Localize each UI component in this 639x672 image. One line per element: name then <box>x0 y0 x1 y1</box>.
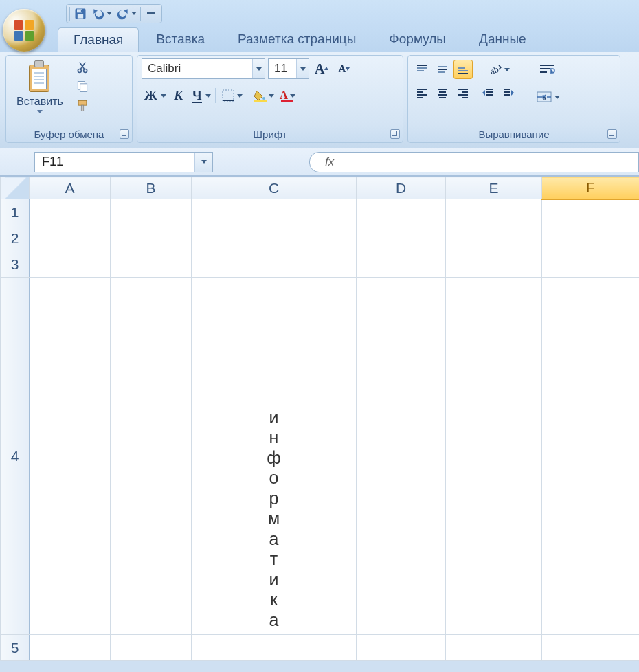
customize-qat-button[interactable] <box>142 5 160 23</box>
cell-B4[interactable] <box>111 278 192 635</box>
tab-home[interactable]: Главная <box>58 27 139 52</box>
redo-button[interactable] <box>114 5 139 23</box>
underline-button[interactable]: Ч <box>190 86 212 105</box>
shrink-font-button[interactable]: A <box>335 59 354 78</box>
merge-center-button[interactable]: a <box>532 86 561 108</box>
cut-button[interactable] <box>72 58 93 76</box>
paste-button[interactable]: Вставить <box>10 58 69 115</box>
column-header-C[interactable]: C <box>192 177 357 199</box>
cell-A5[interactable] <box>30 635 111 661</box>
alignment-launcher[interactable] <box>607 129 617 139</box>
cell-D3[interactable] <box>357 251 446 278</box>
svg-rect-41 <box>540 65 554 66</box>
insert-function-button[interactable]: fx <box>309 152 344 172</box>
font-name-combo[interactable]: Calibri <box>142 58 265 79</box>
cell-B3[interactable] <box>111 251 192 278</box>
font-size-combo[interactable]: 11 <box>268 58 309 79</box>
row-header-1[interactable]: 1 <box>1 199 30 225</box>
svg-rect-16 <box>438 66 447 67</box>
cell-F3[interactable] <box>542 251 640 278</box>
row-header-5[interactable]: 5 <box>1 635 30 661</box>
formula-bar: F11 fx <box>0 148 639 176</box>
clipboard-launcher[interactable] <box>120 129 129 139</box>
cell-E4[interactable] <box>446 278 542 635</box>
column-header-E[interactable]: E <box>446 177 542 199</box>
svg-rect-22 <box>417 89 427 90</box>
cell-B5[interactable] <box>111 635 192 661</box>
cell-B1[interactable] <box>111 199 192 225</box>
font-launcher[interactable] <box>390 129 400 139</box>
save-button[interactable] <box>71 5 89 23</box>
cell-B2[interactable] <box>111 225 192 251</box>
cell-C3[interactable] <box>192 251 357 278</box>
italic-button[interactable]: К <box>169 86 188 105</box>
cell-F5[interactable] <box>542 635 640 661</box>
column-header-A[interactable]: A <box>30 177 111 199</box>
column-header-F[interactable]: F <box>542 177 640 199</box>
fill-color-button[interactable] <box>250 86 276 105</box>
cell-A3[interactable] <box>30 251 111 278</box>
svg-rect-38 <box>504 89 510 90</box>
cell-F2[interactable] <box>542 225 640 251</box>
tab-page-layout[interactable]: Разметка страницы <box>222 27 372 52</box>
align-bottom-button[interactable] <box>453 60 473 79</box>
formula-input[interactable] <box>344 152 639 172</box>
cell-E2[interactable] <box>446 225 542 251</box>
merge-icon: a <box>535 88 553 106</box>
svg-rect-33 <box>462 97 468 98</box>
align-center-button[interactable] <box>433 83 452 102</box>
office-button[interactable] <box>3 9 45 52</box>
wrap-text-button[interactable] <box>532 60 561 82</box>
align-top-button[interactable] <box>412 60 431 79</box>
name-box[interactable]: F11 <box>34 152 213 172</box>
cell-A4[interactable] <box>30 278 111 635</box>
align-right-icon <box>456 86 470 100</box>
row-header-2[interactable]: 2 <box>1 225 30 251</box>
column-header-B[interactable]: B <box>111 177 192 199</box>
grow-font-button[interactable]: A <box>312 59 332 79</box>
group-alignment: ab a Выравнивание <box>407 55 620 143</box>
font-color-button[interactable]: A <box>277 86 297 105</box>
column-header-D[interactable]: D <box>357 177 446 199</box>
select-all-corner[interactable] <box>1 177 30 199</box>
row-header-4[interactable]: 4 <box>1 278 30 635</box>
bold-button[interactable]: Ж <box>142 86 168 105</box>
cell-F1[interactable] <box>542 199 640 225</box>
cell-C1[interactable] <box>192 199 357 225</box>
cell-C2[interactable] <box>192 225 357 251</box>
row-header-3[interactable]: 3 <box>1 251 30 278</box>
ribbon-tabs: Главная Вставка Разметка страницы Формул… <box>0 27 639 52</box>
cell-E3[interactable] <box>446 251 542 278</box>
cell-C4[interactable]: информатика <box>192 278 357 635</box>
title-bar <box>0 0 639 27</box>
svg-rect-17 <box>438 69 447 70</box>
align-left-button[interactable] <box>412 83 431 102</box>
cell-D1[interactable] <box>357 199 446 225</box>
cell-D4[interactable] <box>357 278 446 635</box>
svg-rect-19 <box>458 67 465 69</box>
align-right-button[interactable] <box>453 83 473 102</box>
tab-insert[interactable]: Вставка <box>140 27 221 52</box>
tab-formulas[interactable]: Формулы <box>373 27 462 52</box>
orientation-button[interactable]: ab <box>478 60 518 79</box>
decrease-indent-button[interactable] <box>478 83 497 102</box>
cell-F4[interactable] <box>542 278 640 635</box>
cell-A1[interactable] <box>30 199 111 225</box>
cell-D5[interactable] <box>357 635 446 661</box>
tab-data[interactable]: Данные <box>463 27 542 52</box>
format-painter-button[interactable] <box>72 97 93 115</box>
copy-button[interactable] <box>72 78 93 96</box>
cells-grid[interactable]: ABCDEF 1234информатика5 <box>0 177 639 661</box>
cell-D2[interactable] <box>357 225 446 251</box>
align-middle-button[interactable] <box>433 60 452 79</box>
svg-rect-28 <box>438 94 447 96</box>
undo-button[interactable] <box>89 5 114 23</box>
svg-rect-10 <box>223 90 234 101</box>
cell-E1[interactable] <box>446 199 542 225</box>
scissors-icon <box>76 60 89 74</box>
increase-indent-button[interactable] <box>499 83 518 102</box>
borders-button[interactable] <box>218 86 244 105</box>
cell-C5[interactable] <box>192 635 357 661</box>
cell-A2[interactable] <box>30 225 111 251</box>
cell-E5[interactable] <box>446 635 542 661</box>
